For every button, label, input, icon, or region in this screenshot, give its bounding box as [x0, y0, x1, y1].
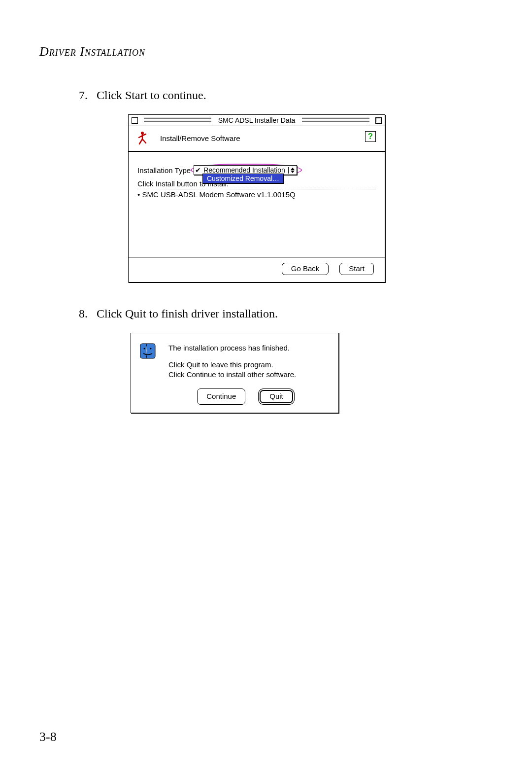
- svg-rect-1: [140, 344, 155, 358]
- zoom-icon[interactable]: [375, 117, 382, 124]
- installer-running-icon: [134, 130, 150, 146]
- go-back-button[interactable]: Go Back: [282, 263, 329, 275]
- step-text: Click Start to continue.: [97, 89, 206, 102]
- step-7: 7. Click Start to continue.: [74, 89, 493, 102]
- step-8: 8. Click Quit to finish driver installat…: [74, 307, 493, 320]
- finish-line-1: The installation process has finished.: [168, 343, 296, 353]
- dropdown-open-item[interactable]: Customized Removal…: [202, 174, 284, 183]
- step-text: Click Quit to finish driver installation…: [97, 307, 278, 320]
- installation-type-label: Installation Type: [137, 166, 191, 175]
- finder-icon: [140, 343, 156, 359]
- dialog-header: Install/Remove Software ?: [129, 126, 385, 152]
- finish-dialog: The installation process has finished. C…: [131, 333, 339, 413]
- checkmark-icon: ✔: [194, 166, 202, 174]
- installer-dialog: SMC ADSL Installer Data Install/Remove S…: [128, 114, 385, 282]
- section-heading: Driver Installation: [39, 44, 493, 59]
- window-title: SMC ADSL Installer Data: [214, 116, 299, 124]
- help-button[interactable]: ?: [365, 131, 376, 142]
- step-number: 7.: [74, 89, 88, 102]
- finish-text: The installation process has finished. C…: [168, 343, 296, 380]
- software-item: SMC USB-ADSL Modem Software v1.1.0015Q: [137, 190, 376, 199]
- dialog-footer: Go Back Start: [129, 257, 385, 282]
- close-icon[interactable]: [132, 117, 138, 124]
- titlebar[interactable]: SMC ADSL Installer Data: [129, 115, 385, 126]
- dropdown-arrows-icon: [288, 167, 297, 174]
- dialog-body: Installation Type ✔ Recommended Installa…: [129, 152, 385, 257]
- step-number: 8.: [74, 307, 88, 320]
- svg-point-3: [150, 348, 152, 349]
- svg-point-2: [144, 348, 145, 349]
- continue-button[interactable]: Continue: [197, 388, 245, 405]
- start-button[interactable]: Start: [339, 263, 374, 275]
- quit-button[interactable]: Quit: [260, 390, 293, 403]
- titlebar-stripes: [302, 117, 369, 124]
- finish-line-2: Click Quit to leave this program.: [168, 360, 296, 370]
- dialog-subtitle: Install/Remove Software: [160, 134, 240, 142]
- titlebar-stripes: [144, 117, 211, 124]
- page-number: 3-8: [39, 730, 57, 744]
- finish-line-3: Click Continue to install other software…: [168, 370, 296, 380]
